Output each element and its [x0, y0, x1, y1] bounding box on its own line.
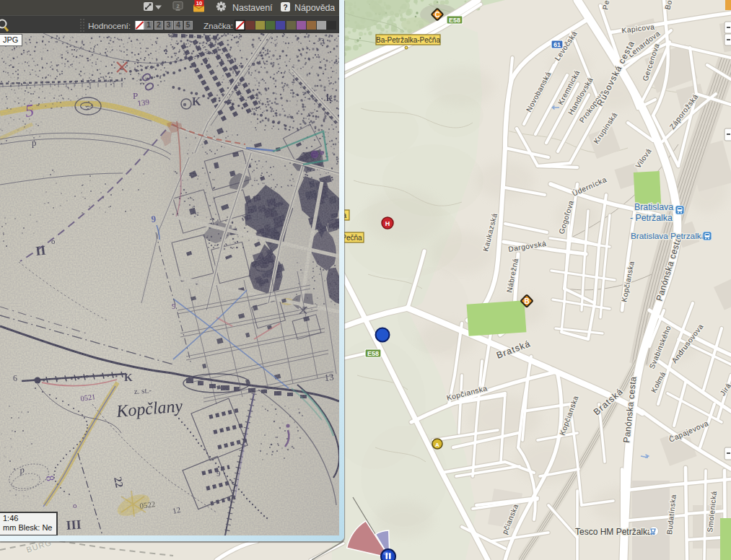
svg-text:61: 61 [553, 41, 561, 48]
svg-text:E58: E58 [449, 17, 460, 24]
svg-text:2: 2 [176, 3, 179, 9]
svg-text:E58: E58 [367, 350, 379, 357]
svg-text:10: 10 [196, 0, 202, 6]
svg-text:B: B [524, 297, 529, 305]
svg-text:Bratislava Petrzalka: Bratislava Petrzalka [631, 231, 706, 241]
svg-text:- Petržalka: - Petržalka [630, 213, 673, 223]
svg-text:Tesco HM Petržalka: Tesco HM Petržalka [575, 527, 652, 537]
svg-text:Ba-Petržalka-Pečňa: Ba-Petržalka-Pečňa [376, 36, 440, 44]
svg-text:Pečňa: Pečňa [341, 234, 362, 242]
svg-text:C: C [434, 11, 439, 19]
svg-text:A: A [435, 442, 439, 448]
svg-text:H: H [385, 220, 390, 227]
svg-text:Bratislava: Bratislava [634, 202, 673, 212]
svg-text:?: ? [283, 4, 287, 12]
